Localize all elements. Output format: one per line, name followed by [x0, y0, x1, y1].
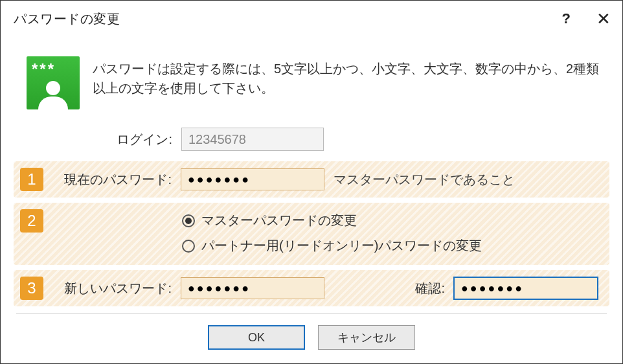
ok-button[interactable]: OK: [208, 325, 305, 350]
help-icon[interactable]: ?: [562, 10, 571, 27]
step-1-row: 1 現在のパスワード: マスターパスワードであること: [14, 161, 609, 198]
content-area: *** パスワードは設定する際には、5文字以上かつ、小文字、大文字、数字の中から…: [1, 37, 622, 356]
new-password-input[interactable]: [181, 277, 324, 299]
stars-glyph: ***: [32, 60, 56, 78]
cancel-button[interactable]: キャンセル: [318, 325, 415, 350]
step-2-row: 2 マスターパスワードの変更 パートナー用(リードオンリー)パスワードの変更: [14, 203, 609, 265]
close-icon[interactable]: ✕: [596, 10, 611, 27]
new-password-label: 新しいパスワード:: [55, 280, 172, 297]
current-password-label: 現在のパスワード:: [55, 171, 172, 188]
header-row: *** パスワードは設定する際には、5文字以上かつ、小文字、大文字、数字の中から…: [14, 56, 609, 109]
step-3-row: 3 新しいパスワード: 確認:: [14, 270, 609, 306]
login-label: ログイン:: [111, 131, 172, 148]
titlebar: パスワードの変更 ? ✕: [1, 1, 622, 37]
person-glyph: [38, 81, 68, 109]
step-badge-2: 2: [20, 209, 43, 233]
current-password-input[interactable]: [181, 168, 324, 190]
radio-partner-label: パートナー用(リードオンリー)パスワードの変更: [201, 237, 482, 255]
confirm-password-label: 確認:: [406, 280, 445, 297]
radio-master-label: マスターパスワードの変更: [201, 212, 357, 229]
radio-partner-password[interactable]: パートナー用(リードオンリー)パスワードの変更: [182, 237, 482, 255]
login-input: [181, 128, 324, 151]
button-row: OK キャンセル: [14, 325, 609, 350]
instructions-text: パスワードは設定する際には、5文字以上かつ、小文字、大文字、数字の中から、2種類…: [93, 56, 609, 98]
step-badge-3: 3: [20, 277, 43, 300]
login-row: ログイン:: [111, 128, 609, 151]
confirm-password-input[interactable]: [454, 277, 598, 299]
step-badge-1: 1: [20, 168, 43, 191]
radio-unchecked-icon: [182, 240, 195, 253]
divider: [16, 313, 607, 313]
window-title: パスワードの変更: [14, 10, 562, 28]
current-password-hint: マスターパスワードであること: [334, 171, 515, 188]
password-user-icon: ***: [27, 56, 80, 109]
radio-master-password[interactable]: マスターパスワードの変更: [182, 212, 482, 229]
radio-checked-icon: [182, 214, 195, 227]
